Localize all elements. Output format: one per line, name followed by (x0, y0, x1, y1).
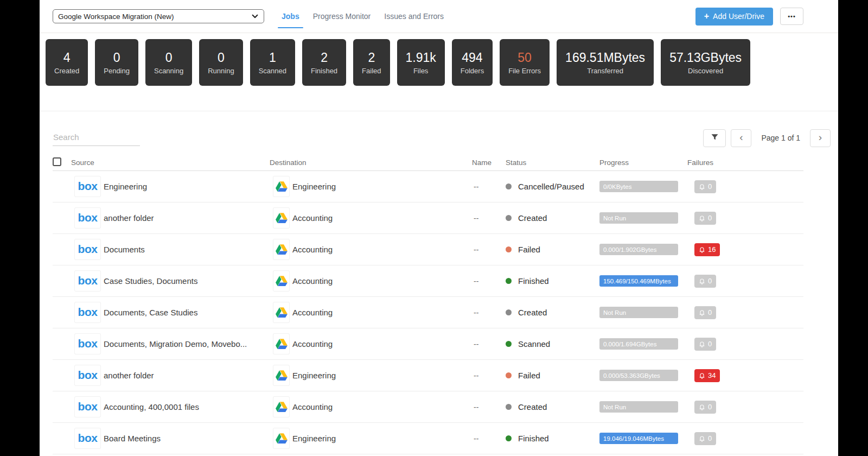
table-row[interactable]: box Documents Accounting -- Failed 0.000… (53, 234, 803, 265)
failures-cell: 34 (687, 369, 803, 382)
tab-progress-monitor[interactable]: Progress Monitor (312, 10, 372, 23)
stat-value: 0 (218, 50, 225, 65)
stat-label: Files (413, 67, 428, 75)
progress-pill: 19.046/19.046MBytes (599, 433, 678, 444)
failures-badge[interactable]: 0 (694, 401, 716, 414)
box-logo: box (78, 180, 98, 193)
failures-badge[interactable]: 0 (694, 338, 716, 351)
stat-label: Scanning (154, 67, 183, 75)
progress-pill: Not Run (599, 307, 678, 318)
source-cell: box Engineering (71, 176, 270, 197)
status-label: Created (518, 402, 547, 411)
progress-pill: Not Run (599, 212, 678, 224)
source-label: another folder (104, 371, 154, 380)
google-drive-icon (273, 397, 289, 417)
stat-card: 4 Created (46, 39, 88, 86)
status-label: Finished (518, 276, 549, 286)
box-logo: box (78, 369, 98, 382)
failures-count: 0 (708, 340, 712, 348)
table-row[interactable]: box another folder Accounting -- Created… (53, 202, 803, 234)
failures-badge[interactable]: 0 (694, 180, 716, 193)
tabs: JobsProgress MonitorIssues and Errors (280, 10, 445, 23)
progress-pill: Not Run (599, 401, 678, 413)
failures-badge[interactable]: 0 (694, 212, 716, 225)
source-cell: box Documents, Case Studies (71, 302, 270, 322)
bell-icon (699, 215, 705, 221)
more-actions-button[interactable]: ••• (780, 8, 803, 25)
progress-pill: 0/0KBytes (599, 181, 678, 192)
name-cell: -- (472, 245, 501, 254)
table-row[interactable]: box Engineering Engineering -- Cancelled… (53, 171, 803, 202)
failures-badge[interactable]: 0 (694, 306, 716, 319)
failures-cell: 0 (687, 212, 803, 225)
stat-value: 2 (321, 50, 328, 65)
table-row[interactable]: box Accounting, 400,0001 files Accountin… (53, 391, 803, 423)
filter-button[interactable] (703, 129, 726, 147)
table-row[interactable]: box Board Meetings Engineering -- Finish… (53, 423, 803, 454)
google-drive-icon (273, 271, 289, 291)
next-page-button[interactable]: › (810, 129, 831, 147)
google-drive-icon (273, 239, 289, 259)
failures-badge[interactable]: 34 (694, 369, 720, 382)
table-row[interactable]: box Case Studies, Documents Accounting -… (53, 265, 803, 297)
project-selector[interactable]: Google Workspace Migration (New) (53, 9, 264, 23)
source-cell: box Case Studies, Documents (71, 271, 270, 291)
progress-cell: Not Run (599, 307, 687, 318)
stat-card: 494 Folders (452, 39, 493, 86)
status-label: Finished (518, 434, 549, 443)
progress-cell: 0.000/1.902GBytes (599, 244, 687, 255)
name-cell: -- (472, 214, 501, 223)
name-cell: -- (472, 403, 501, 411)
select-all-checkbox[interactable] (53, 157, 61, 166)
box-tile: box (75, 397, 100, 417)
stat-label: Pending (104, 67, 130, 75)
bell-icon (699, 435, 705, 442)
topbar: Google Workspace Migration (New) JobsPro… (40, 0, 838, 33)
pagination: ‹ Page 1 of 1 › (703, 129, 831, 147)
column-progress: Progress (599, 159, 687, 167)
failures-badge[interactable]: 0 (694, 275, 716, 288)
status-label: Scanned (518, 339, 550, 349)
chevron-right-icon: › (819, 132, 822, 142)
failures-cell: 0 (687, 401, 803, 414)
failures-count: 0 (708, 277, 712, 285)
stat-label: Created (54, 67, 79, 75)
status-dot (506, 215, 512, 221)
progress-cell: 0.000/53.363GBytes (599, 370, 687, 381)
failures-count: 0 (708, 434, 712, 442)
table-row[interactable]: box another folder Engineering -- Failed… (53, 360, 803, 391)
progress-cell: Not Run (599, 401, 687, 413)
stat-value: 0 (113, 50, 120, 65)
name-cell: -- (472, 340, 501, 349)
destination-cell: Accounting (270, 397, 472, 417)
chevron-left-icon: ‹ (739, 132, 743, 142)
name-cell: -- (472, 434, 501, 443)
destination-label: Engineering (292, 434, 336, 443)
progress-pill: 0.000/53.363GBytes (599, 370, 678, 381)
failures-badge[interactable]: 16 (694, 243, 720, 256)
search-input[interactable] (53, 130, 140, 146)
prev-page-button[interactable]: ‹ (731, 129, 751, 147)
status-dot (506, 341, 512, 347)
google-drive-icon (273, 428, 289, 448)
tab-jobs[interactable]: Jobs (280, 10, 301, 23)
page-info: Page 1 of 1 (761, 134, 800, 142)
status-label: Failed (518, 245, 540, 254)
progress-cell: 0.000/1.694GBytes (599, 338, 687, 350)
table-row[interactable]: box Documents, Case Studies Accounting -… (53, 297, 803, 328)
box-tile: box (75, 176, 100, 197)
status-dot (506, 246, 512, 252)
destination-cell: Accounting (270, 271, 472, 291)
table-row[interactable]: box Documents, Migration Demo, Movebo...… (53, 328, 803, 360)
status-cell: Created (501, 402, 599, 411)
failures-badge[interactable]: 0 (694, 432, 716, 445)
failures-cell: 0 (687, 306, 803, 319)
box-tile: box (75, 428, 100, 448)
source-label: Accounting, 400,0001 files (104, 402, 199, 411)
add-user-drive-button[interactable]: + Add User/Drive (695, 8, 773, 26)
destination-label: Engineering (292, 182, 336, 191)
tab-issues-and-errors[interactable]: Issues and Errors (383, 10, 445, 23)
google-drive-icon (273, 208, 289, 228)
status-label: Created (518, 213, 547, 223)
failures-count: 0 (708, 308, 712, 316)
